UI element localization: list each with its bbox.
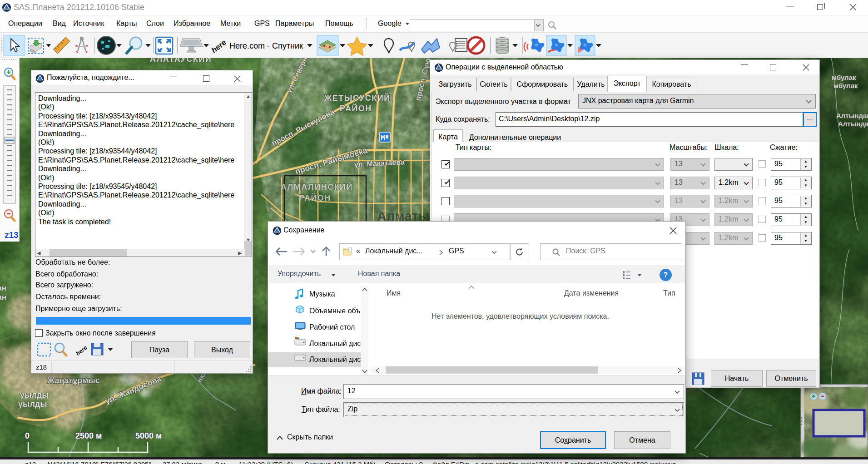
- svg-text:уылды: уылды: [18, 400, 47, 409]
- svg-text:АЛМАЛИНСКИЙ: АЛМАЛИНСКИЙ: [281, 182, 353, 192]
- svg-text:z13: z13: [5, 230, 19, 240]
- svg-text:Жаңатұрмыс: Жаңатұрмыс: [47, 376, 100, 385]
- svg-text:here: here: [210, 38, 228, 55]
- svg-text:уылды: уылды: [20, 390, 49, 400]
- svg-text:зан: зан: [0, 284, 6, 292]
- svg-text:РАЙОН: РАЙОН: [299, 193, 331, 202]
- svg-text:ЖЕТЫСУСКИЙ: ЖЕТЫСУСКИЙ: [324, 93, 391, 103]
- svg-text:2500 м: 2500 м: [75, 431, 102, 440]
- svg-text:мбулак: мбулак: [832, 74, 856, 81]
- svg-text:5000 м: 5000 м: [135, 431, 162, 440]
- svg-text:РАЙОН: РАЙОН: [340, 104, 372, 113]
- svg-text:зан: зан: [0, 293, 6, 301]
- svg-text:Алтындан: Алтындан: [838, 120, 868, 128]
- svg-text:Here.com - Спутник: Here.com - Спутник: [229, 41, 303, 50]
- svg-text:here: here: [74, 344, 89, 357]
- svg-text:Алтындан: Алтындан: [836, 112, 868, 119]
- svg-text:0: 0: [25, 431, 30, 440]
- svg-text:АЛАТАУСКИЙ: АЛАТАУСКИЙ: [150, 58, 212, 64]
- svg-text:мбулак: мбулак: [833, 82, 858, 89]
